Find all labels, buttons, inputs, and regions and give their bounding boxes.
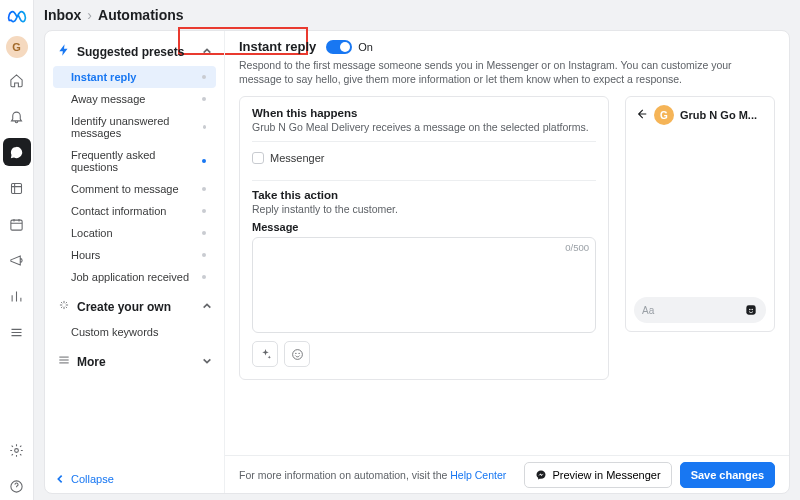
list-icon — [57, 353, 71, 370]
sidebar-item-label: Frequently asked questions — [71, 149, 202, 173]
create-your-own-label: Create your own — [77, 300, 171, 314]
more-label: More — [77, 355, 106, 369]
svg-point-2 — [15, 448, 19, 452]
when-subtitle: Grub N Go Meal Delivery receives a messa… — [252, 121, 596, 133]
collapse-icon — [55, 474, 65, 484]
emoji-button[interactable] — [284, 341, 310, 367]
left-rail: G — [0, 0, 34, 500]
automation-config-card: When this happens Grub N Go Meal Deliver… — [239, 96, 609, 380]
suggested-presets-label: Suggested presets — [77, 45, 184, 59]
sidebar-item-faq[interactable]: Frequently asked questions — [53, 144, 216, 178]
message-textarea[interactable]: 0/500 — [252, 237, 596, 333]
svg-point-9 — [751, 309, 753, 311]
sidebar-item-label: Custom keywords — [71, 326, 158, 338]
sidebar-item-custom-keywords[interactable]: Custom keywords — [53, 321, 216, 343]
svg-rect-0 — [12, 183, 22, 193]
sidebar-item-label: Location — [71, 227, 113, 239]
sidebar-item-label: Hours — [71, 249, 100, 261]
status-dot — [203, 125, 206, 129]
preview-input: Aa — [634, 297, 766, 323]
checkbox[interactable] — [252, 152, 264, 164]
emoji-icon — [291, 348, 304, 361]
message-label: Message — [252, 221, 596, 233]
divider — [252, 180, 596, 181]
avatar-initial: G — [12, 41, 21, 53]
status-dot — [202, 253, 206, 257]
sidebar-item-away-message[interactable]: Away message — [53, 88, 216, 110]
sidebar-item-label: Away message — [71, 93, 145, 105]
notifications-icon[interactable] — [3, 102, 31, 130]
status-dot — [202, 275, 206, 279]
status-dot-active — [202, 159, 206, 163]
sidebar-item-contact-info[interactable]: Contact information — [53, 200, 216, 222]
calendar-icon[interactable] — [3, 210, 31, 238]
ads-icon[interactable] — [3, 246, 31, 274]
insights-icon[interactable] — [3, 282, 31, 310]
chat-preview: G Grub N Go M... Aa — [625, 96, 775, 332]
svg-rect-1 — [11, 220, 22, 230]
create-your-own-header[interactable]: Create your own — [49, 294, 220, 319]
help-center-link[interactable]: Help Center — [450, 469, 506, 481]
inbox-icon[interactable] — [3, 138, 31, 166]
footer: For more information on automation, visi… — [225, 455, 789, 493]
collapse-label: Collapse — [71, 473, 114, 485]
sticker-icon — [744, 303, 758, 317]
suggested-presets-header[interactable]: Suggested presets — [49, 39, 220, 64]
sidebar-item-location[interactable]: Location — [53, 222, 216, 244]
status-dot — [202, 209, 206, 213]
preview-button-label: Preview in Messenger — [552, 469, 660, 481]
chevron-up-icon — [202, 45, 212, 59]
breadcrumb-automations: Automations — [98, 7, 184, 23]
preview-in-messenger-button[interactable]: Preview in Messenger — [524, 462, 671, 488]
char-counter: 0/500 — [565, 242, 589, 253]
personalize-button[interactable] — [252, 341, 278, 367]
chevron-up-icon — [202, 300, 212, 314]
breadcrumb-separator: › — [87, 7, 92, 23]
status-dot — [202, 187, 206, 191]
sidebar-item-hours[interactable]: Hours — [53, 244, 216, 266]
preview-avatar: G — [654, 105, 674, 125]
sidebar: Suggested presets Instant reply Away mes… — [45, 31, 225, 493]
home-icon[interactable] — [3, 66, 31, 94]
status-dot — [202, 75, 206, 79]
status-dot — [202, 231, 206, 235]
toggle-state-label: On — [358, 41, 373, 53]
save-changes-button[interactable]: Save changes — [680, 462, 775, 488]
breadcrumb-inbox[interactable]: Inbox — [44, 7, 81, 23]
preview-business-name: Grub N Go M... — [680, 109, 766, 121]
messenger-icon — [535, 469, 547, 481]
messenger-checkbox-row[interactable]: Messenger — [252, 152, 596, 164]
account-avatar[interactable]: G — [6, 36, 28, 58]
posts-icon[interactable] — [3, 174, 31, 202]
back-icon[interactable] — [634, 107, 648, 123]
sparkle-icon — [57, 298, 71, 315]
settings-icon[interactable] — [3, 436, 31, 464]
sidebar-item-instant-reply[interactable]: Instant reply — [53, 66, 216, 88]
preview-placeholder: Aa — [642, 305, 654, 316]
help-icon[interactable] — [3, 472, 31, 500]
page-description: Respond to the first message someone sen… — [239, 58, 775, 86]
sidebar-item-label: Job application received — [71, 271, 189, 283]
sidebar-item-job-application[interactable]: Job application received — [53, 266, 216, 288]
preset-list: Instant reply Away message Identify unan… — [49, 64, 220, 294]
sidebar-item-label: Instant reply — [71, 71, 136, 83]
sidebar-item-label: Identify unanswered messages — [71, 115, 203, 139]
instant-reply-toggle[interactable]: On — [326, 40, 373, 54]
preview-avatar-initial: G — [660, 110, 668, 121]
svg-point-4 — [292, 349, 302, 359]
sidebar-item-comment-to-message[interactable]: Comment to message — [53, 178, 216, 200]
messenger-label: Messenger — [270, 152, 324, 164]
save-button-label: Save changes — [691, 469, 764, 481]
sidebar-item-identify-unanswered[interactable]: Identify unanswered messages — [53, 110, 216, 144]
svg-rect-7 — [746, 306, 755, 315]
divider — [252, 141, 596, 142]
collapse-button[interactable]: Collapse — [55, 473, 114, 485]
action-title: Take this action — [252, 189, 596, 201]
sidebar-item-label: Comment to message — [71, 183, 179, 195]
all-tools-icon[interactable] — [3, 318, 31, 346]
footer-text: For more information on automation, visi… — [239, 469, 506, 481]
more-header[interactable]: More — [49, 349, 220, 374]
status-dot — [202, 97, 206, 101]
toggle-switch[interactable] — [326, 40, 352, 54]
sidebar-item-label: Contact information — [71, 205, 166, 217]
